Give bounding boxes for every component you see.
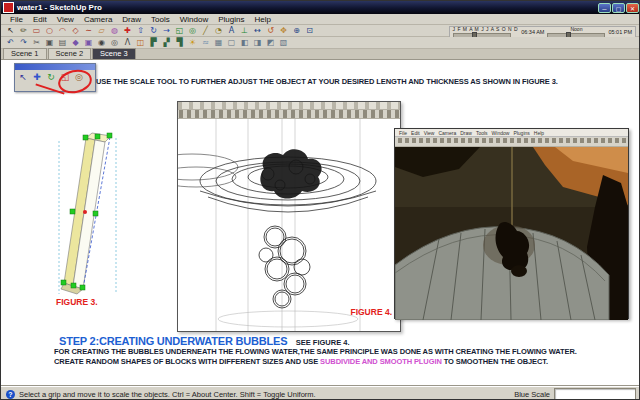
measurements-box[interactable]: [554, 388, 636, 400]
mini-scale-icon[interactable]: ◱: [58, 71, 72, 84]
zoom-extents-icon[interactable]: ⊡: [303, 25, 316, 36]
polygon-tool-icon[interactable]: ◇: [69, 25, 82, 36]
rotate-tool-icon[interactable]: ↻: [147, 25, 160, 36]
hidden-line-style-icon[interactable]: ▢: [225, 37, 238, 48]
shadows-toggle-icon[interactable]: ☀: [186, 37, 199, 48]
section-plane-icon[interactable]: ◫: [134, 37, 147, 48]
position-camera-icon[interactable]: ◉: [95, 37, 108, 48]
menu-item[interactable]: Tools: [146, 15, 175, 24]
plugin-highlight: SUBDIVIDE AND SMOOTH PLUGIN: [320, 357, 442, 366]
step-body-line2: CREATE RANDOM SHAPES OF BLOCKS WITH DIFF…: [54, 357, 629, 367]
menu-item[interactable]: Window: [490, 130, 512, 136]
step-body-line1: FOR CREATING THE BUBBLES UNDERNEATH THE …: [54, 347, 629, 357]
menu-item[interactable]: Camera: [79, 15, 117, 24]
textured-style-icon[interactable]: ◨: [251, 37, 264, 48]
circle-tool-icon[interactable]: ○: [43, 25, 56, 36]
zoom-tool-icon[interactable]: ⊕: [290, 25, 303, 36]
text-tool-icon[interactable]: A: [225, 25, 238, 36]
scale-tool-icon[interactable]: ◱: [173, 25, 186, 36]
menu-item[interactable]: View: [422, 130, 437, 136]
menu-item[interactable]: Window: [175, 15, 213, 24]
freehand-tool-icon[interactable]: ∼: [82, 25, 95, 36]
menu-item[interactable]: Edit: [409, 130, 422, 136]
axes-tool-icon[interactable]: ⊥: [238, 25, 251, 36]
mini-offset-icon[interactable]: ◎: [72, 71, 86, 84]
menu-item[interactable]: Draw: [458, 130, 474, 136]
menu-item[interactable]: File: [397, 130, 409, 136]
maximize-button[interactable]: ▢: [612, 3, 625, 13]
scene-tab[interactable]: Scene 2: [48, 48, 92, 59]
measurements-label: Blue Scale: [514, 390, 550, 399]
push-pull-tool-icon[interactable]: ⇧: [134, 25, 147, 36]
step-body-line2-post: TO SMOOTHEN THE OBJECT.: [444, 357, 548, 366]
figure4-toolbar-strip: [178, 110, 400, 119]
step-note: SEE FIGURE 4.: [296, 338, 350, 347]
shadow-time-start: 06:34 AM: [521, 29, 544, 35]
scene-tab[interactable]: Scene 1: [3, 48, 47, 59]
scene-tab[interactable]: Scene 3: [92, 48, 136, 59]
tape-measure-icon[interactable]: ╱: [199, 25, 212, 36]
copy-icon[interactable]: ▣: [43, 37, 56, 48]
xray-style-icon[interactable]: ▧: [277, 37, 290, 48]
menu-item[interactable]: Tools: [474, 130, 490, 136]
paste-icon[interactable]: ▤: [56, 37, 69, 48]
wireframe-style-icon[interactable]: ▦: [212, 37, 225, 48]
reference-render: [395, 147, 628, 320]
monochrome-style-icon[interactable]: ◩: [264, 37, 277, 48]
iso-view-icon[interactable]: ▜: [173, 37, 186, 48]
measurements-group: Blue Scale: [514, 388, 636, 400]
close-button[interactable]: ✕: [626, 3, 639, 13]
menu-item[interactable]: Camera: [436, 130, 458, 136]
redo-icon[interactable]: ↷: [17, 37, 30, 48]
sketchup-logo-icon: [3, 2, 14, 13]
scale-toolbar-window[interactable]: ↖✚↻◱◎: [14, 63, 96, 92]
rectangle-tool-icon[interactable]: ▭: [30, 25, 43, 36]
front-view-icon[interactable]: ▞: [160, 37, 173, 48]
menu-item[interactable]: Help: [249, 15, 275, 24]
figure4-wireframe: [178, 119, 400, 331]
mini-move-icon[interactable]: ✚: [30, 71, 44, 84]
top-view-icon[interactable]: ▛: [147, 37, 160, 48]
menu-item[interactable]: Plugins: [511, 130, 531, 136]
help-icon[interactable]: ?: [6, 390, 15, 399]
paint-bucket-icon[interactable]: ◍: [108, 25, 121, 36]
fog-toggle-icon[interactable]: ≈: [199, 37, 212, 48]
protractor-icon[interactable]: ◔: [212, 25, 225, 36]
annotation-arrow: [35, 83, 64, 94]
minimize-button[interactable]: ─: [598, 3, 611, 13]
pan-tool-icon[interactable]: ✥: [277, 25, 290, 36]
walk-tool-icon[interactable]: Λ: [121, 37, 134, 48]
follow-me-tool-icon[interactable]: →: [160, 25, 173, 36]
title-bar[interactable]: water1 - SketchUp Pro ─ ▢ ✕: [1, 1, 640, 14]
dimension-tool-icon[interactable]: ↔: [251, 25, 264, 36]
cut-icon[interactable]: ✂: [30, 37, 43, 48]
shadow-months-label: J F M A M J J A S O N D: [453, 27, 519, 32]
menu-item[interactable]: Edit: [28, 15, 52, 24]
instruction-text: USE THE SCALE TOOL TO FURTHER ADJUST THE…: [96, 77, 626, 86]
move-tool-icon[interactable]: ✚: [121, 25, 134, 36]
menu-item[interactable]: File: [5, 15, 28, 24]
toolbar-row-1: ↖✏▭○◠◇∼▱◍✚⇧↻→◱◎╱◔A⊥↔↺✥⊕⊡ J F M A M J J A…: [1, 25, 640, 37]
menu-item[interactable]: Help: [532, 130, 546, 136]
look-around-icon[interactable]: ◎: [108, 37, 121, 48]
make-component-icon[interactable]: ◆: [69, 37, 82, 48]
shadow-noon-label: Noon: [547, 27, 605, 32]
undo-icon[interactable]: ↶: [4, 37, 17, 48]
step-body: FOR CREATING THE BUBBLES UNDERNEATH THE …: [54, 347, 629, 367]
group-icon[interactable]: ▣: [82, 37, 95, 48]
offset-tool-icon[interactable]: ◎: [186, 25, 199, 36]
line-tool-icon[interactable]: ✏: [17, 25, 30, 36]
drawing-canvas[interactable]: ↖✚↻◱◎ USE THE SCALE TOOL TO FURTHER ADJU…: [1, 60, 640, 386]
select-tool-icon[interactable]: ↖: [4, 25, 17, 36]
figure3-label: FIGURE 3.: [56, 297, 98, 307]
mini-rotate-icon[interactable]: ↻: [44, 71, 58, 84]
menu-item[interactable]: Draw: [117, 15, 146, 24]
menu-item[interactable]: View: [52, 15, 79, 24]
mini-select-icon[interactable]: ↖: [16, 71, 30, 84]
arc-tool-icon[interactable]: ◠: [56, 25, 69, 36]
menu-item[interactable]: Plugins: [213, 15, 249, 24]
shaded-style-icon[interactable]: ◧: [238, 37, 251, 48]
orbit-tool-icon[interactable]: ↺: [264, 25, 277, 36]
step-title: STEP 2:CREATING UNDERWATER BUBBLES: [59, 335, 287, 347]
eraser-tool-icon[interactable]: ▱: [95, 25, 108, 36]
